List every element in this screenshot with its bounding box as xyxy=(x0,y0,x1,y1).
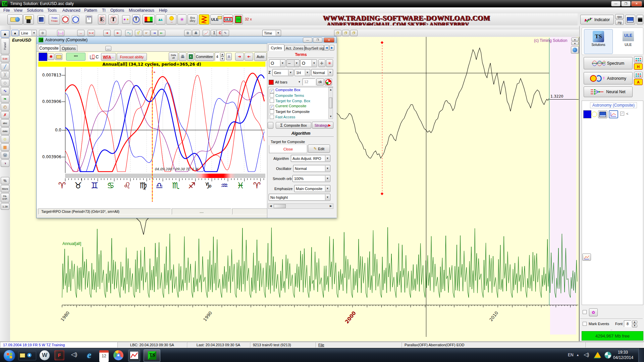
taskbar-chrome-icon[interactable] xyxy=(113,350,123,360)
count-down-button[interactable]: ▼ xyxy=(220,57,225,61)
mountains-button[interactable]: ▲▲ xyxy=(156,14,165,24)
term-planet1-dropdown[interactable]: O▼ xyxy=(269,59,285,67)
tray-gdrive-icon[interactable] xyxy=(594,352,601,358)
panel-view-button[interactable] xyxy=(625,15,635,24)
zigzag-tool-button[interactable]: ∿ xyxy=(1,87,9,95)
special-term-button[interactable]: ✳ xyxy=(326,59,333,67)
clock-button[interactable] xyxy=(62,15,69,24)
menu-help[interactable]: Help xyxy=(159,8,167,13)
list-item[interactable]: Target for Composite xyxy=(270,109,310,114)
display-options-list[interactable]: ✓Composite Box Composite Terms Target fo… xyxy=(268,87,333,119)
clock-time[interactable]: 19:33 xyxy=(618,350,628,355)
status-file-label[interactable]: File xyxy=(318,343,324,347)
mask-tool-button[interactable]: ◑ xyxy=(1,160,9,167)
menu-advanced[interactable]: Advanced xyxy=(62,8,80,13)
ule-red-button[interactable]: ULE xyxy=(223,14,233,24)
eclipse-t-button[interactable]: T xyxy=(108,14,118,24)
print-button[interactable]: 🖶 xyxy=(179,52,186,61)
mark-events-checkbox[interactable] xyxy=(583,322,587,326)
astronomy-dots-button[interactable] xyxy=(634,72,643,78)
count-up-button[interactable]: ▲ xyxy=(220,52,225,57)
strategy-button[interactable]: Strategy ▶ xyxy=(312,122,333,129)
tab-more-button[interactable]: ... xyxy=(105,46,111,51)
more-tool-button[interactable]: More xyxy=(1,185,9,192)
color-bars-button[interactable] xyxy=(143,14,155,24)
astronomy-a-button[interactable]: A xyxy=(634,79,643,85)
add-term-button[interactable]: ✛ xyxy=(318,59,325,67)
save-workspace-button[interactable] xyxy=(637,15,643,24)
font-up-button[interactable]: ▲ xyxy=(632,320,637,324)
panel-visible-checkbox[interactable]: ✓ xyxy=(620,112,624,116)
date-tool-button[interactable]: date xyxy=(1,127,9,135)
green-book-button[interactable]: EB xyxy=(234,14,243,24)
percent-tool-button[interactable]: % xyxy=(1,177,9,184)
planet-t-button[interactable]: T xyxy=(132,14,140,24)
panel-h-scrollbar[interactable]: ◀ ▶ xyxy=(268,203,333,209)
window-close-button[interactable]: ✕ xyxy=(324,38,334,43)
taskbar-calendar-icon[interactable]: 12 xyxy=(99,350,109,362)
open-file-globe-button[interactable] xyxy=(7,14,23,24)
scroll-left-icon[interactable]: ◀ xyxy=(268,204,273,208)
excel-export-button[interactable]: X xyxy=(187,52,194,61)
list-item[interactable]: Composite Terms xyxy=(270,93,304,98)
term-aspect-dropdown[interactable]: –▼ xyxy=(286,59,300,67)
window-minimize-button[interactable]: — xyxy=(303,38,312,43)
term-planet2-dropdown[interactable]: O▼ xyxy=(300,59,317,67)
ok-button[interactable]: ok xyxy=(316,78,324,85)
forward-button[interactable]: ➔ xyxy=(235,53,244,61)
minimize-button[interactable]: — xyxy=(611,1,621,6)
list-item[interactable]: ✓Composite Box xyxy=(270,88,301,93)
taskbar-app2-icon[interactable]: F xyxy=(54,350,64,360)
pie-button[interactable] xyxy=(325,78,332,85)
fib-spiral-button[interactable]: ◴ xyxy=(1,103,9,111)
ule-open-button[interactable]: ULE xyxy=(210,14,222,24)
clock-date[interactable]: 04/12/2014 xyxy=(613,355,633,360)
save-file-button[interactable] xyxy=(23,14,34,24)
menu-solutions[interactable]: Solutions xyxy=(27,8,43,13)
orb-field[interactable]: 12 xyxy=(303,78,315,85)
all-bars-dropdown[interactable]: All bars▼ xyxy=(274,78,302,85)
spare-button[interactable] xyxy=(268,122,273,129)
tabs-scroll-right-button[interactable]: ▶ xyxy=(329,45,334,51)
orange-grid-button[interactable]: ▦ xyxy=(1,143,9,151)
stars-button[interactable]: *** xyxy=(66,53,86,61)
line-draw-button[interactable]: ╱ xyxy=(1,63,9,70)
zigzag-button[interactable] xyxy=(199,14,209,24)
tab-options[interactable]: Options xyxy=(60,45,77,52)
spectrum-button[interactable]: Spectrum xyxy=(584,57,633,69)
tray-expand-icon[interactable]: ▲ xyxy=(576,353,579,357)
tab-act-zones[interactable]: Act. Zones xyxy=(284,45,305,51)
language-indicator[interactable]: EN xyxy=(568,353,574,357)
tab-buy-sell[interactable]: Buy/Sell sig xyxy=(305,45,324,51)
font-down-button[interactable]: ▼ xyxy=(632,324,637,327)
leaf-tool-button[interactable]: ❧ xyxy=(1,95,9,103)
zig-button[interactable]: zig xyxy=(615,20,624,25)
spectrum-h-button[interactable]: H xyxy=(634,63,643,70)
scroll-up-icon[interactable]: ▲ xyxy=(329,87,333,92)
panel-view-button[interactable] xyxy=(598,110,607,118)
list-item[interactable]: Fast Access xyxy=(270,115,295,119)
tray-volume-icon[interactable]: ◁) xyxy=(584,352,589,358)
close-button[interactable]: ✕ xyxy=(631,1,642,6)
collapse-label[interactable]: < xyxy=(626,112,628,116)
start-button[interactable] xyxy=(3,350,15,362)
tabs-scroll-left-button[interactable]: ◀ xyxy=(324,45,329,51)
menu-miscellaneous[interactable]: Miscellaneous xyxy=(129,8,154,13)
tray-dropbox-icon[interactable] xyxy=(604,352,611,359)
spectrum-dots-button[interactable] xyxy=(634,56,643,63)
mini-chart-button[interactable] xyxy=(582,253,591,261)
tmin-tmax-button[interactable]: Tmin Tmax xyxy=(49,14,60,24)
w-ball-button[interactable]: Ⓦ xyxy=(1,152,9,159)
committee-button[interactable]: Committee xyxy=(195,52,214,61)
scroll-down-icon[interactable]: ▼ xyxy=(329,114,333,119)
rpo-button[interactable]: rpo xyxy=(615,14,624,19)
menu-ti[interactable]: TI xyxy=(102,8,106,13)
calendar-button[interactable]: 1 xyxy=(86,15,92,24)
tab-composite[interactable]: Composite xyxy=(38,44,60,52)
select-tool-button[interactable]: ▲ xyxy=(1,30,9,38)
vibration-button[interactable]: ✳ xyxy=(177,14,186,24)
lattice-tool-button[interactable]: ╳ xyxy=(1,71,9,78)
taskbar-wordpress-icon[interactable]: W xyxy=(40,350,50,360)
sum-composite-box-button[interactable]: Σ Composite Box xyxy=(276,122,311,129)
abc-tool-button[interactable]: abc xyxy=(1,119,9,127)
